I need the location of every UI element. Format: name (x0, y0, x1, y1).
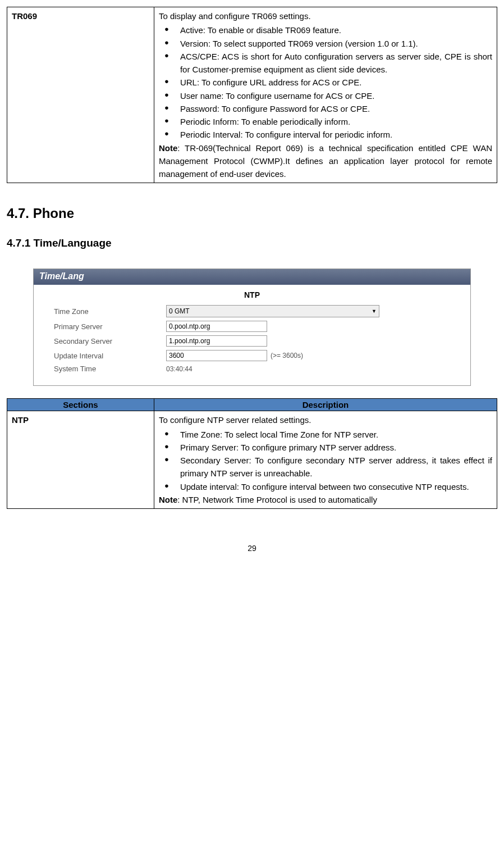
tr069-description: To display and configure TR069 settings.… (154, 7, 497, 183)
ntp-table: Sections Description NTP To configure NT… (7, 398, 497, 509)
panel-body: NTP Time Zone 0 GMT ▼ Primary Server 0.p… (34, 285, 470, 385)
tr069-intro: To display and configure TR069 settings. (159, 10, 492, 22)
note-label: Note (159, 143, 177, 153)
update-interval-input[interactable]: 3600 (166, 350, 267, 361)
page-number: 29 (7, 544, 497, 553)
row-timezone: Time Zone 0 GMT ▼ (54, 305, 450, 317)
ntp-bullet-list: Time Zone: To select local Time Zone for… (159, 428, 492, 493)
ntp-group-title: NTP (54, 290, 450, 299)
list-item: Version: To select supported TR069 versi… (180, 37, 492, 50)
system-time-label: System Time (54, 365, 166, 373)
header-sections: Sections (7, 399, 154, 411)
row-secondary-server: Secondary Server 1.pool.ntp.org (54, 335, 450, 347)
primary-server-label: Primary Server (54, 322, 166, 331)
panel-title: Time/Lang (34, 269, 470, 285)
list-item: Primary Server: To configure primary NTP… (180, 441, 492, 454)
timezone-select[interactable]: 0 GMT ▼ (166, 305, 379, 317)
primary-server-input[interactable]: 0.pool.ntp.org (166, 321, 267, 332)
list-item: Password: To configure Password for ACS … (180, 102, 492, 115)
timezone-label: Time Zone (54, 307, 166, 316)
list-item: Time Zone: To select local Time Zone for… (180, 428, 492, 441)
update-interval-hint: (>= 3600s) (271, 352, 303, 359)
row-primary-server: Primary Server 0.pool.ntp.org (54, 321, 450, 332)
row-update-interval: Update Interval 3600 (>= 3600s) (54, 350, 450, 361)
ntp-note: Note: NTP, Network Time Protocol is used… (159, 493, 492, 506)
tr069-table: TR069 To display and configure TR069 set… (7, 7, 497, 183)
tr069-bullet-list: Active: To enable or disable TR069 featu… (159, 24, 492, 141)
secondary-server-value: 1.pool.ntp.org (169, 337, 210, 345)
list-item: URL: To configure URL address for ACS or… (180, 76, 492, 89)
timezone-value: 0 GMT (169, 307, 190, 315)
list-item: Periodic Inform: To enable periodically … (180, 115, 492, 128)
ntp-description: To configure NTP server related settings… (154, 411, 497, 509)
list-item: ACS/CPE: ACS is short for Auto configura… (180, 50, 492, 76)
primary-server-value: 0.pool.ntp.org (169, 322, 210, 330)
section-4-7-heading: 4.7. Phone (7, 206, 497, 221)
chevron-down-icon: ▼ (372, 308, 377, 314)
update-interval-value: 3600 (169, 352, 184, 359)
tr069-note: Note: TR-069(Technical Report 069) is a … (159, 142, 492, 181)
system-time-value: 03:40:44 (166, 365, 193, 373)
list-item: Update interval: To configure interval b… (180, 480, 492, 493)
header-description: Description (154, 399, 497, 411)
row-system-time: System Time 03:40:44 (54, 365, 450, 373)
note-body: : NTP, Network Time Protocol is used to … (177, 495, 377, 504)
time-lang-screenshot: Time/Lang NTP Time Zone 0 GMT ▼ Primary … (33, 268, 471, 386)
secondary-server-label: Secondary Server (54, 337, 166, 345)
note-label: Note (159, 495, 177, 504)
section-4-7-1-heading: 4.7.1 Time/Language (7, 237, 497, 249)
list-item: User name: To configure username for ACS… (180, 89, 492, 102)
note-body: : TR-069(Technical Report 069) is a tech… (159, 143, 492, 179)
secondary-server-input[interactable]: 1.pool.ntp.org (166, 335, 267, 347)
list-item: Periodic Interval: To configure interval… (180, 128, 492, 141)
list-item: Secondary Server: To configure secondary… (180, 454, 492, 480)
ntp-label: NTP (7, 411, 154, 509)
update-interval-label: Update Interval (54, 352, 166, 360)
ntp-intro: To configure NTP server related settings… (159, 413, 492, 426)
tr069-label: TR069 (7, 7, 154, 183)
list-item: Active: To enable or disable TR069 featu… (180, 24, 492, 37)
